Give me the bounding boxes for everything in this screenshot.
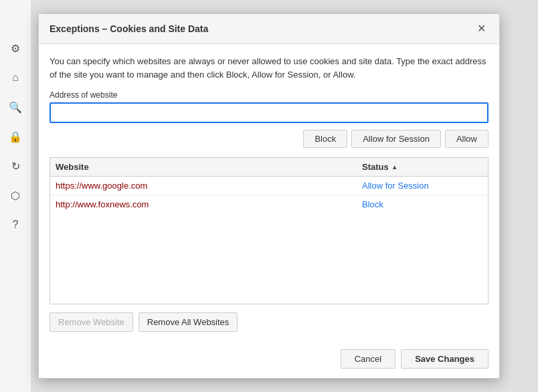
description-text: You can specify which websites are alway… bbox=[50, 55, 488, 81]
save-changes-button[interactable]: Save Changes bbox=[401, 349, 488, 369]
table-header: Website Status ▲ bbox=[50, 158, 488, 177]
lock-icon[interactable]: 🔒 bbox=[7, 128, 23, 144]
block-button[interactable]: Block bbox=[303, 130, 347, 148]
help-icon[interactable]: ? bbox=[7, 217, 23, 233]
col-website-header: Website bbox=[56, 162, 362, 172]
col-status-header: Status ▲ bbox=[362, 162, 482, 172]
website-table: Website Status ▲ https://www.google.com … bbox=[50, 157, 488, 304]
table-row[interactable]: https://www.google.com Allow for Session bbox=[50, 177, 488, 195]
settings-icon[interactable]: ⚙ bbox=[7, 40, 23, 56]
allow-for-session-button[interactable]: Allow for Session bbox=[351, 130, 441, 148]
dialog-title: Exceptions – Cookies and Site Data bbox=[50, 23, 208, 34]
search-icon[interactable]: 🔍 bbox=[7, 99, 23, 115]
left-buttons: Remove Website Remove All Websites bbox=[50, 312, 238, 332]
remove-website-button[interactable]: Remove Website bbox=[50, 312, 133, 332]
remove-all-websites-button[interactable]: Remove All Websites bbox=[139, 312, 238, 332]
cancel-button[interactable]: Cancel bbox=[341, 349, 395, 369]
table-row[interactable]: http://www.foxnews.com Block bbox=[50, 195, 488, 213]
allow-button[interactable]: Allow bbox=[445, 130, 488, 148]
bottom-buttons: Remove Website Remove All Websites bbox=[50, 312, 488, 332]
cell-status: Allow for Session bbox=[362, 181, 482, 191]
cell-website: http://www.foxnews.com bbox=[56, 199, 362, 209]
address-label: Address of website bbox=[50, 90, 488, 100]
dialog-titlebar: Exceptions – Cookies and Site Data ✕ bbox=[39, 14, 499, 44]
dialog-footer: Cancel Save Changes bbox=[39, 342, 499, 378]
close-button[interactable]: ✕ bbox=[474, 22, 488, 35]
home-icon[interactable]: ⌂ bbox=[7, 70, 23, 86]
sort-arrow-icon: ▲ bbox=[391, 163, 398, 171]
puzzle-icon[interactable]: ⬡ bbox=[7, 187, 23, 203]
dialog-body: You can specify which websites are alway… bbox=[39, 44, 499, 342]
exceptions-dialog: Exceptions – Cookies and Site Data ✕ You… bbox=[38, 13, 500, 379]
cell-status: Block bbox=[362, 199, 482, 209]
cell-website: https://www.google.com bbox=[56, 181, 362, 191]
address-input[interactable] bbox=[50, 102, 488, 123]
sidebar: ⚙ ⌂ 🔍 🔒 ↻ ⬡ ? bbox=[0, 0, 31, 392]
action-buttons: Block Allow for Session Allow bbox=[50, 130, 488, 148]
refresh-icon[interactable]: ↻ bbox=[7, 158, 23, 174]
